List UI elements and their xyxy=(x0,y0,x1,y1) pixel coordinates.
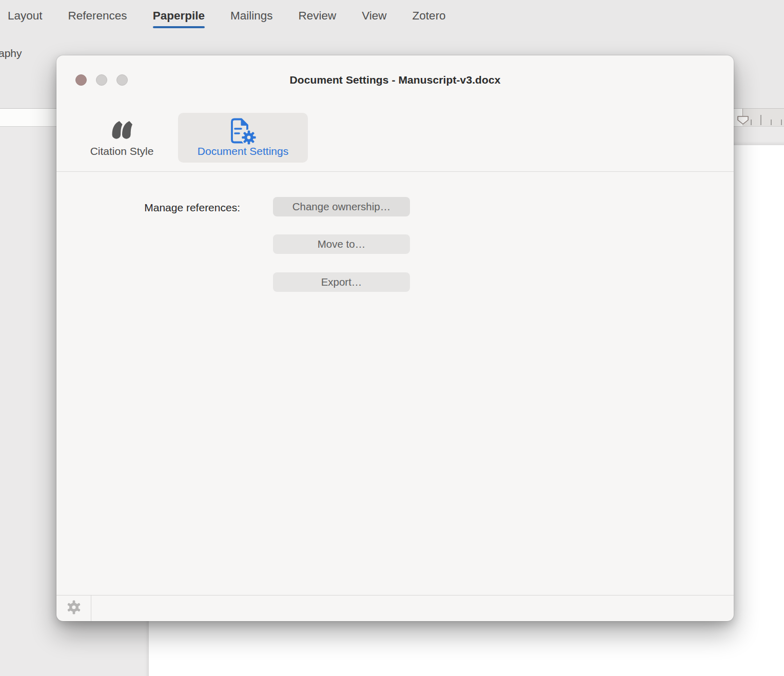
move-to-button[interactable]: Move to… xyxy=(273,234,410,254)
ribbon-tab-view[interactable]: View xyxy=(362,8,386,24)
ruler-tick xyxy=(781,120,782,125)
ruler-tick xyxy=(760,115,761,125)
dialog-title: Document Settings - Manuscript-v3.docx xyxy=(56,74,734,86)
ruler-margin-marker-icon[interactable] xyxy=(737,115,749,125)
tab-document-settings-label: Document Settings xyxy=(198,145,288,157)
ribbon-tab-references[interactable]: References xyxy=(68,8,127,24)
document-settings-dialog: Document Settings - Manuscript-v3.docx C… xyxy=(56,55,734,621)
manage-references-label: Manage references: xyxy=(132,202,240,214)
screen: Layout References Paperpile Mailings Rev… xyxy=(0,0,784,676)
dialog-footer xyxy=(56,595,734,621)
ribbon-tab-mailings[interactable]: Mailings xyxy=(230,8,273,24)
tab-document-settings[interactable]: Document Settings xyxy=(178,113,308,163)
ruler-tick xyxy=(751,120,752,125)
ribbon-tab-zotero[interactable]: Zotero xyxy=(413,8,446,24)
dialog-tab-bar: Citation Style xyxy=(56,113,734,163)
ribbon-clipped-button-text[interactable]: aphy xyxy=(0,47,22,60)
ruler-tick xyxy=(771,120,772,125)
tab-citation-style-label: Citation Style xyxy=(90,145,154,157)
change-ownership-button[interactable]: Change ownership… xyxy=(273,197,410,216)
ribbon-tab-layout[interactable]: Layout xyxy=(8,8,43,24)
quote-icon xyxy=(112,121,132,142)
document-gear-icon xyxy=(230,117,257,148)
tabs-separator xyxy=(56,171,734,172)
tab-citation-style[interactable]: Citation Style xyxy=(77,113,167,163)
ribbon-tab-review[interactable]: Review xyxy=(298,8,336,24)
export-button[interactable]: Export… xyxy=(273,272,410,292)
settings-gear-button[interactable] xyxy=(56,595,91,621)
gear-icon xyxy=(67,600,81,617)
ribbon-tab-paperpile[interactable]: Paperpile xyxy=(153,8,205,24)
ribbon-tab-bar: Layout References Paperpile Mailings Rev… xyxy=(8,8,446,24)
